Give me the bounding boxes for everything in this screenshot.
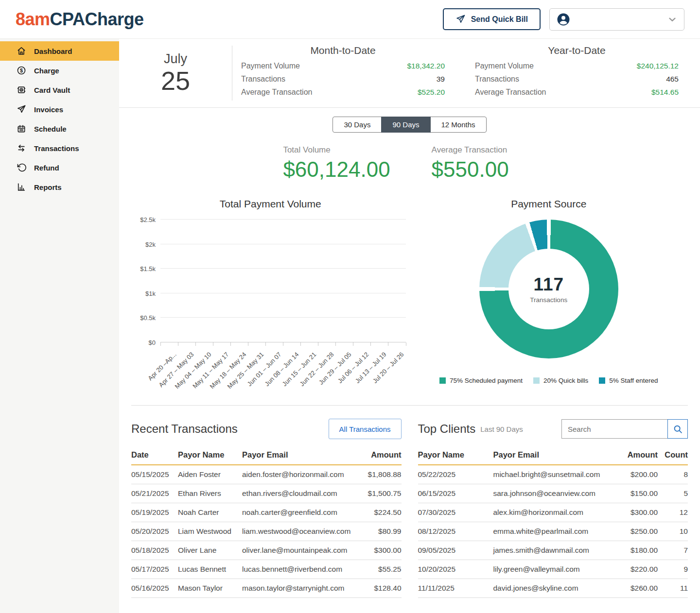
month-to-date-stats: Month-to-Date Payment Volume$18,342.20 T…: [232, 39, 466, 107]
table-cell: oliver.lane@mountainpeak.com: [242, 541, 355, 560]
bar-chart-icon: [17, 182, 26, 192]
tab-12-months[interactable]: 12 Months: [430, 117, 487, 133]
x-axis-tick: [160, 342, 161, 346]
y-axis-tick-label: $2k: [145, 240, 156, 248]
bar-x-labels: Apr 20 –Ap...Apr 27 – May 03May 04 – May…: [160, 347, 406, 390]
table-cell: Noah Carter: [178, 503, 242, 522]
table-cell: ethan.rivers@cloudmail.com: [242, 484, 355, 503]
tab-30-days[interactable]: 30 Days: [332, 117, 382, 133]
user-menu-dropdown[interactable]: [549, 8, 684, 31]
table-cell: Oliver Lane: [178, 541, 242, 560]
table-row[interactable]: 10/20/2025lily.green@valleymail.com$220.…: [418, 560, 688, 579]
column-header: Date: [131, 447, 178, 465]
top-clients-table: Payor Name Payor Email Amount Count 05/2…: [418, 447, 688, 598]
table-cell: 10/20/2025: [418, 560, 493, 579]
table-cell: 05/16/2025: [131, 579, 178, 598]
bar-chart-title: Total Payment Volume: [131, 198, 410, 210]
table-cell: $128.40: [355, 579, 402, 598]
legend-swatch: [439, 377, 446, 384]
table-cell: michael.bright@sunsetmail.com: [493, 465, 612, 484]
send-quick-bill-button[interactable]: Send Quick Bill: [443, 8, 541, 30]
summary-stats: Total Volume $60,124.00 Average Transact…: [119, 145, 700, 182]
donut-center: 117 Transactions: [508, 249, 589, 329]
table-row[interactable]: 08/12/2025emma.white@pearlmail.com$250.0…: [418, 522, 688, 541]
table-cell: 05/18/2025: [131, 541, 178, 560]
period-tabs: 30 Days 90 Days 12 Months: [119, 117, 700, 133]
search-input[interactable]: [561, 419, 668, 439]
donut-center-label: Transactions: [530, 296, 567, 304]
sidebar-item-card-vault[interactable]: Card Vault: [0, 80, 119, 100]
y-axis-tick-label: $0.5k: [140, 314, 156, 322]
recent-transactions-table: Date Payor Name Payor Email Amount 05/15…: [131, 447, 402, 598]
sidebar-item-refund[interactable]: Refund: [0, 158, 119, 177]
sidebar-item-invoices[interactable]: Invoices: [0, 100, 119, 119]
stat-value: $514.65: [651, 88, 679, 97]
table-row[interactable]: 05/22/2025michael.bright@sunsetmail.com$…: [418, 465, 688, 484]
sidebar-item-transactions[interactable]: Transactions: [0, 138, 119, 158]
table-row[interactable]: 05/17/2025Lucas Bennettlucas.bennett@riv…: [131, 560, 402, 579]
column-header: Payor Email: [242, 447, 355, 465]
y-axis-tick-label: $1.5k: [140, 265, 156, 272]
paper-plane-icon: [455, 14, 466, 24]
table-cell: $1,808.88: [355, 465, 402, 484]
table-row[interactable]: 05/21/2025Ethan Riversethan.rivers@cloud…: [131, 484, 402, 503]
paper-plane-icon: [17, 104, 26, 114]
app-header: 8amCPACharge Send Quick Bill: [0, 0, 700, 39]
x-axis-tick: [335, 342, 336, 346]
legend-item: 5% Staff entered: [599, 377, 658, 384]
column-header: Payor Name: [178, 447, 242, 465]
table-cell: aiden.foster@horizonmail.com: [242, 465, 355, 484]
table-header-row: Payor Name Payor Email Amount Count: [418, 447, 688, 465]
stat-value: 465: [666, 75, 679, 84]
y-axis-tick-label: $2.5k: [140, 216, 156, 223]
column-header: Payor Email: [493, 447, 612, 465]
table-row[interactable]: 05/20/2025Liam Westwoodliam.westwood@oce…: [131, 522, 402, 541]
table-cell: 5: [658, 484, 688, 503]
sidebar-item-schedule[interactable]: Schedule: [0, 119, 119, 138]
table-row[interactable]: 06/15/2025sara.johnson@oceanview.com$150…: [418, 484, 688, 503]
table-cell: lily.green@valleymail.com: [493, 560, 612, 579]
bar-chart-panel: Total Payment Volume $0$0.5k$1k$1.5k$2k$…: [131, 198, 410, 390]
table-cell: 11/11/2025: [418, 579, 493, 598]
table-cell: Lucas Bennett: [178, 560, 242, 579]
table-row[interactable]: 05/18/2025Oliver Laneoliver.lane@mountai…: [131, 541, 402, 560]
table-header-row: Date Payor Name Payor Email Amount: [131, 447, 402, 465]
donut-chart-panel: Payment Source 117 Transactions 75% Sche…: [410, 198, 688, 390]
sidebar-item-label: Charge: [34, 67, 59, 75]
x-axis-tick: [388, 342, 388, 346]
total-volume-value: $60,124.00: [283, 157, 390, 182]
total-volume-label: Total Volume: [283, 145, 390, 155]
undo-icon: [17, 163, 26, 172]
vault-icon: [17, 85, 26, 95]
table-row[interactable]: 07/30/2025alex.kim@horizonmail.com$300.0…: [418, 503, 688, 522]
table-cell: $150.00: [612, 484, 658, 503]
date-month: July: [164, 51, 187, 67]
logo-8am: 8am: [16, 9, 50, 30]
stat-label: Average Transaction: [475, 88, 546, 97]
date-block: July 25: [119, 39, 232, 107]
year-to-date-stats: Year-to-Date Payment Volume$240,125.12 T…: [466, 39, 700, 107]
table-row[interactable]: 11/11/2025david.jones@skyline.com$260.00…: [418, 579, 688, 598]
legend-label: 5% Staff entered: [609, 377, 658, 384]
all-transactions-button[interactable]: All Transactions: [329, 419, 402, 439]
table-row[interactable]: 05/19/2025Noah Carternoah.carter@greenfi…: [131, 503, 402, 522]
table-cell: 05/20/2025: [131, 522, 178, 541]
column-header: Amount: [355, 447, 402, 465]
stats-bar: July 25 Month-to-Date Payment Volume$18,…: [119, 39, 700, 108]
sidebar-item-charge[interactable]: $ Charge: [0, 61, 119, 80]
tab-90-days[interactable]: 90 Days: [381, 117, 430, 133]
svg-text:$: $: [20, 68, 23, 73]
logo-product: CPACharge: [50, 9, 144, 30]
table-cell: 12: [658, 503, 688, 522]
sidebar-item-reports[interactable]: Reports: [0, 177, 119, 197]
x-axis-tick: [195, 342, 196, 346]
sidebar-item-dashboard[interactable]: Dashboard: [0, 41, 119, 61]
table-row[interactable]: 09/05/2025james.smith@dawnmail.com$180.0…: [418, 541, 688, 560]
search-button[interactable]: [667, 419, 688, 439]
table-cell: noah.carter@greenfield.com: [242, 503, 355, 522]
x-axis-tick: [213, 342, 213, 346]
average-transaction-value: $550.00: [432, 157, 536, 182]
table-row[interactable]: 05/15/2025Aiden Fosteraiden.foster@horiz…: [131, 465, 402, 484]
table-row[interactable]: 05/16/2025Mason Taylormason.taylor@starr…: [131, 579, 402, 598]
mtd-title: Month-to-Date: [241, 45, 445, 56]
